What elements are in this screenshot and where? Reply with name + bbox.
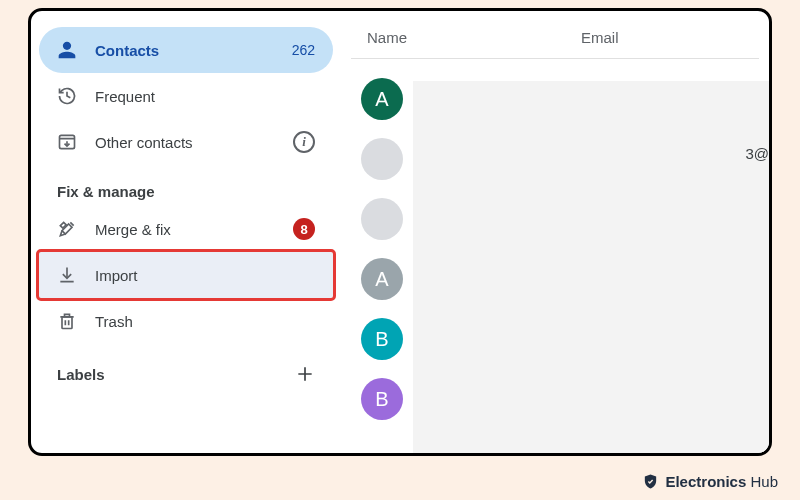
branding-text-rest: Hub (746, 473, 778, 490)
sidebar-item-label: Import (95, 267, 315, 284)
app-window: Contacts 262 Frequent Other contacts i F… (28, 8, 772, 456)
svg-rect-1 (62, 317, 72, 329)
sidebar-item-trash[interactable]: Trash (39, 298, 333, 344)
avatar: B (361, 318, 403, 360)
tools-icon (57, 219, 77, 239)
sidebar-item-import[interactable]: Import (39, 252, 333, 298)
contacts-count: 262 (292, 42, 315, 58)
contact-row[interactable]: A (341, 69, 769, 129)
sidebar-item-label: Other contacts (95, 134, 293, 151)
avatar (361, 198, 403, 240)
trash-icon (57, 311, 77, 331)
column-header-email[interactable]: Email (581, 29, 759, 46)
sidebar-section-fix-manage: Fix & manage (39, 165, 333, 206)
branding-text-bold: Electronics (665, 473, 746, 490)
contact-row[interactable]: B (341, 309, 769, 369)
download-icon (57, 265, 77, 285)
merge-fix-badge: 8 (293, 218, 315, 240)
sidebar-item-label: Merge & fix (95, 221, 293, 238)
shield-icon (642, 473, 659, 490)
column-header-name[interactable]: Name (351, 29, 581, 46)
contact-row[interactable]: B (341, 369, 769, 429)
contact-row[interactable] (341, 129, 769, 189)
person-icon (57, 40, 77, 60)
info-icon[interactable]: i (293, 131, 315, 153)
add-label-button[interactable] (295, 364, 315, 384)
column-headers: Name Email (351, 19, 759, 59)
branding-watermark: Electronics Hub (642, 473, 778, 490)
sidebar-item-frequent[interactable]: Frequent (39, 73, 333, 119)
avatar: A (361, 78, 403, 120)
sidebar-item-label: Contacts (95, 42, 292, 59)
sidebar-item-label: Frequent (95, 88, 315, 105)
contact-row[interactable]: A (341, 249, 769, 309)
main-content: Name Email 3@ AABB (341, 11, 769, 453)
avatar: B (361, 378, 403, 420)
avatar (361, 138, 403, 180)
avatar: A (361, 258, 403, 300)
sidebar-item-label: Trash (95, 313, 315, 330)
sidebar-labels-header[interactable]: Labels (39, 350, 333, 398)
sidebar-item-contacts[interactable]: Contacts 262 (39, 27, 333, 73)
sidebar: Contacts 262 Frequent Other contacts i F… (31, 11, 341, 453)
contact-row[interactable] (341, 189, 769, 249)
contacts-list: AABB (341, 69, 769, 429)
labels-label: Labels (57, 366, 105, 383)
archive-down-icon (57, 132, 77, 152)
history-icon (57, 86, 77, 106)
sidebar-item-other-contacts[interactable]: Other contacts i (39, 119, 333, 165)
sidebar-item-merge-fix[interactable]: Merge & fix 8 (39, 206, 333, 252)
